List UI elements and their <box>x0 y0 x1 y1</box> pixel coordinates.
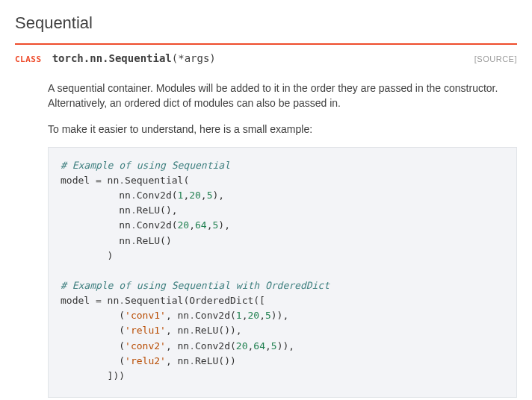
code-number: 20 <box>247 310 259 321</box>
code-number: 20 <box>189 190 201 201</box>
code-number: 5 <box>271 340 277 351</box>
code-token: ])) <box>61 370 125 381</box>
code-number: 1 <box>236 310 242 321</box>
code-token: )), <box>271 310 288 321</box>
code-token: ( <box>61 325 125 336</box>
code-token: , <box>189 219 195 231</box>
code-number: 5 <box>207 190 213 201</box>
code-token: ( <box>61 310 125 321</box>
code-token: , <box>207 219 213 231</box>
code-example: # Example of using Sequential model = nn… <box>48 147 517 398</box>
code-token: . <box>131 235 137 246</box>
code-number: 64 <box>195 219 207 231</box>
code-token: , nn <box>166 355 189 366</box>
code-token: ( <box>61 355 125 366</box>
code-token: Conv2d( <box>195 310 236 321</box>
code-token: . <box>131 190 137 201</box>
code-token: , nn <box>166 340 189 351</box>
code-comment: # Example of using Sequential with Order… <box>61 280 330 291</box>
code-token: Conv2d( <box>137 219 178 231</box>
code-token: nn <box>61 190 131 201</box>
code-token: ), <box>218 219 230 231</box>
code-comment: # Example of using Sequential <box>61 160 230 171</box>
class-body: A sequential container. Modules will be … <box>15 69 517 398</box>
code-token: , <box>201 190 207 201</box>
class-header: CLASS torch.nn.Sequential(*args) [SOURCE… <box>15 43 517 69</box>
code-number: 20 <box>178 219 190 231</box>
code-token: nn <box>61 204 131 216</box>
code-token: . <box>119 175 125 186</box>
code-string: 'relu2' <box>125 355 166 366</box>
code-token: Conv2d( <box>195 340 236 351</box>
code-token: , nn <box>166 325 189 336</box>
code-token: ReLU() <box>137 235 172 246</box>
code-token: model <box>61 175 96 186</box>
code-token: ReLU()), <box>195 325 242 336</box>
code-number: 5 <box>265 310 271 321</box>
code-token: . <box>189 340 195 351</box>
example-intro: To make it easier to understand, here is… <box>48 122 517 137</box>
code-string: 'conv1' <box>125 310 166 321</box>
class-signature: torch.nn.Sequential(*args) <box>52 52 216 64</box>
source-link[interactable]: [SOURCE] <box>474 54 517 63</box>
code-token: nn <box>102 295 119 306</box>
class-description: A sequential container. Modules will be … <box>48 81 517 111</box>
code-string: 'relu1' <box>125 325 166 336</box>
code-token: ) <box>61 250 113 261</box>
code-token: , <box>259 310 265 321</box>
code-token: )), <box>277 340 294 351</box>
class-qualname: torch.nn.Sequential <box>52 52 172 64</box>
code-token: ( <box>61 340 125 351</box>
code-token: = <box>96 175 102 186</box>
code-token: . <box>189 325 195 336</box>
section-title: Sequential <box>15 13 517 33</box>
code-string: 'conv2' <box>125 340 166 351</box>
class-keyword: CLASS <box>15 54 42 64</box>
code-token: . <box>189 310 195 321</box>
code-token: , nn <box>166 310 189 321</box>
class-args: (*args) <box>172 52 216 64</box>
code-token: . <box>119 295 125 306</box>
code-token: Sequential(OrderedDict([ <box>125 295 265 306</box>
code-token: Sequential( <box>125 175 189 186</box>
code-token: , <box>265 340 271 351</box>
code-token: ReLU()) <box>195 355 236 366</box>
code-number: 64 <box>253 340 265 351</box>
code-token: model <box>61 295 96 306</box>
code-token: ReLU(), <box>137 204 178 216</box>
code-token: . <box>131 204 137 216</box>
code-number: 20 <box>236 340 248 351</box>
code-token: nn <box>61 235 131 246</box>
code-token: . <box>131 219 137 231</box>
code-token: . <box>189 355 195 366</box>
class-header-left: CLASS torch.nn.Sequential(*args) <box>15 52 216 64</box>
code-token: nn <box>61 219 131 231</box>
code-token: Conv2d( <box>137 190 178 201</box>
code-token: = <box>96 295 102 306</box>
code-token: ), <box>213 190 225 201</box>
code-token: nn <box>102 175 119 186</box>
